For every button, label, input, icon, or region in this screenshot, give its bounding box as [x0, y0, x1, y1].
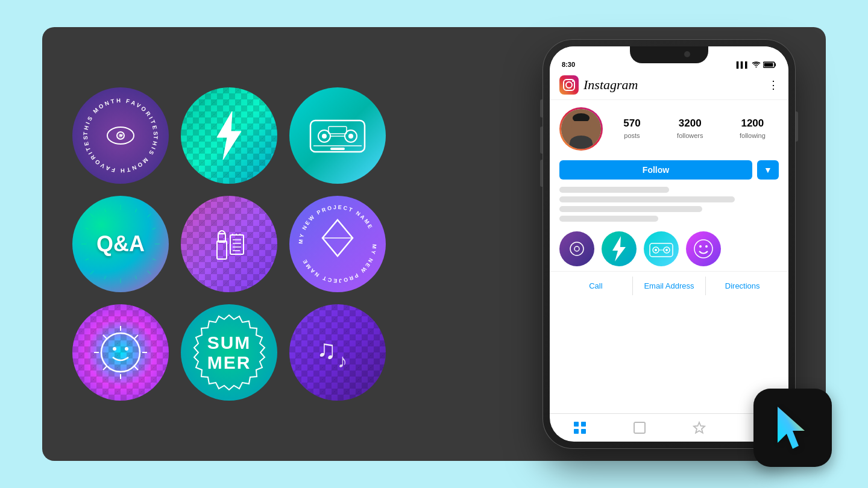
highlight-circle-2: [602, 231, 637, 266]
circle-lipstick[interactable]: [181, 196, 277, 292]
silent-button: [540, 99, 542, 117]
following-count: 1200: [740, 117, 766, 130]
svg-text:THIS MONTH FAVORITES: THIS MONTH FAVORITES: [82, 134, 159, 174]
highlight-circle-3: [644, 231, 679, 266]
volume-down-button: [540, 160, 542, 187]
follow-button[interactable]: Follow: [559, 160, 752, 180]
svg-line-24: [135, 209, 136, 213]
circle-summer[interactable]: SUM MER: [181, 304, 277, 401]
svg-marker-93: [694, 422, 705, 433]
header-menu-icon[interactable]: ⋮: [768, 78, 779, 92]
svg-rect-90: [574, 429, 579, 434]
svg-line-21: [90, 271, 94, 275]
svg-point-81: [655, 249, 657, 251]
svg-point-9: [322, 134, 327, 139]
svg-rect-61: [764, 63, 773, 67]
svg-point-77: [644, 231, 679, 266]
svg-line-23: [104, 209, 105, 213]
bio-section: [550, 184, 788, 227]
followers-label: followers: [677, 132, 703, 139]
instagram-wordmark: Instagram: [583, 77, 638, 93]
circle-smiley[interactable]: [72, 304, 169, 401]
instagram-app: 8:30 ▌▌▌: [550, 46, 788, 442]
bio-line-2: [559, 196, 735, 202]
svg-line-28: [153, 258, 156, 260]
status-time: 8:30: [562, 61, 575, 68]
app-header: Instagram ⋮: [550, 70, 788, 100]
tab-reels[interactable]: [609, 414, 669, 442]
svg-point-72: [559, 231, 594, 266]
svg-point-86: [699, 245, 702, 248]
profile-avatar: [559, 107, 603, 151]
phone-notch: [630, 46, 708, 63]
bio-line-4: [559, 216, 658, 222]
svg-line-45: [330, 220, 338, 229]
battery-icon: [763, 61, 776, 68]
highlight-3[interactable]: [644, 231, 679, 266]
call-button[interactable]: Call: [559, 277, 633, 295]
svg-point-4: [119, 134, 122, 137]
pointer-icon-svg: [766, 401, 820, 455]
avatar-image: [561, 109, 601, 149]
circle-project[interactable]: MY NEW PROJECT NAME MY NEW PROJECT NAME: [289, 196, 386, 292]
svg-rect-92: [634, 422, 645, 433]
svg-line-52: [103, 335, 107, 339]
status-icons: ▌▌▌: [737, 61, 776, 68]
circle-music[interactable]: ♫ ♪: [289, 304, 386, 401]
svg-line-46: [338, 220, 345, 229]
star-icon: [693, 421, 706, 434]
pointer-app-icon[interactable]: [753, 389, 832, 467]
power-button: [796, 111, 798, 142]
signal-icon: ▌▌▌: [737, 61, 749, 68]
instagram-app-icon: [559, 75, 579, 95]
circle-cassette[interactable]: [289, 87, 386, 184]
icon-grid: THIS MONTH FAVORITES THIS MONTH FAVORITE…: [72, 87, 386, 401]
highlight-circle-4: [686, 231, 721, 266]
highlight-1[interactable]: [559, 231, 594, 266]
svg-line-53: [134, 335, 138, 339]
posts-count: 570: [623, 117, 640, 130]
phone-container: 8:30 ▌▌▌: [542, 39, 796, 449]
svg-point-56: [113, 347, 116, 351]
svg-point-47: [101, 333, 140, 372]
svg-point-57: [125, 347, 128, 351]
svg-rect-89: [581, 422, 586, 427]
phone-screen: 8:30 ▌▌▌: [550, 46, 788, 442]
circle-qa[interactable]: Q&A: [72, 196, 169, 292]
following-stat: 1200 following: [740, 117, 766, 140]
bio-line-3: [559, 206, 702, 212]
svg-line-29: [104, 276, 105, 280]
svg-rect-12: [329, 127, 347, 134]
svg-rect-88: [574, 422, 579, 427]
highlight-4[interactable]: [686, 231, 721, 266]
svg-line-22: [148, 271, 151, 275]
email-button[interactable]: Email Address: [633, 277, 706, 295]
highlight-2[interactable]: [602, 231, 637, 266]
tab-saved[interactable]: [669, 414, 729, 442]
circle-lightning[interactable]: [181, 87, 277, 184]
svg-rect-14: [330, 148, 345, 150]
tab-bar: [550, 413, 788, 442]
follow-dropdown-button[interactable]: ▼: [757, 160, 779, 180]
action-buttons: Call Email Address Directions: [550, 271, 788, 300]
square-icon: [633, 421, 646, 434]
svg-point-84: [686, 231, 721, 266]
highlight-circle-1: [559, 231, 594, 266]
highlights-row: [550, 227, 788, 271]
svg-line-19: [90, 214, 94, 217]
circle-this-month-favorites[interactable]: THIS MONTH FAVORITES THIS MONTH FAVORITE…: [72, 87, 169, 184]
svg-text:♪: ♪: [338, 350, 347, 372]
svg-point-10: [348, 134, 353, 139]
svg-point-87: [705, 245, 708, 248]
posts-label: posts: [624, 132, 640, 139]
directions-button[interactable]: Directions: [706, 277, 779, 295]
tab-grid[interactable]: [550, 414, 609, 442]
svg-line-30: [135, 276, 136, 280]
svg-line-20: [148, 214, 151, 217]
bio-line-1: [559, 187, 669, 193]
profile-section: 570 posts 3200 followers 1200 following: [550, 100, 788, 158]
svg-text:♫: ♫: [316, 334, 336, 364]
svg-line-27: [153, 228, 156, 229]
svg-text:MY NEW PROJECT NAME: MY NEW PROJECT NAME: [301, 244, 377, 284]
svg-rect-31: [217, 241, 227, 259]
